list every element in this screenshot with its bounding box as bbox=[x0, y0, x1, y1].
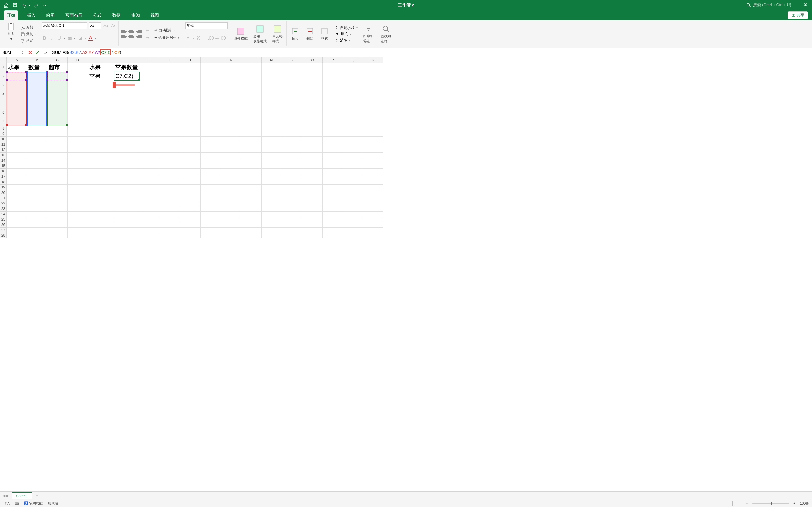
cell-N7[interactable] bbox=[282, 117, 302, 126]
cell-E21[interactable] bbox=[88, 195, 114, 201]
cell-J22[interactable] bbox=[201, 201, 221, 206]
home-icon[interactable] bbox=[3, 3, 8, 8]
cell-N15[interactable] bbox=[282, 163, 302, 169]
cell-I11[interactable] bbox=[181, 142, 201, 147]
cell-L7[interactable] bbox=[241, 117, 262, 126]
cell-K17[interactable] bbox=[221, 174, 241, 179]
redo-icon[interactable] bbox=[34, 3, 39, 8]
cell-O25[interactable] bbox=[302, 217, 322, 222]
cell-H19[interactable] bbox=[160, 185, 181, 190]
cell-Q14[interactable] bbox=[343, 158, 363, 163]
cell-D11[interactable] bbox=[68, 142, 88, 147]
cell-B5[interactable]: 25 bbox=[27, 99, 47, 108]
cell-R26[interactable] bbox=[363, 222, 384, 228]
cell-R12[interactable] bbox=[363, 147, 384, 153]
col-header-O[interactable]: O bbox=[302, 57, 322, 63]
cell-P11[interactable] bbox=[322, 142, 343, 147]
cell-A21[interactable] bbox=[7, 195, 27, 201]
cell-E25[interactable] bbox=[88, 217, 114, 222]
row-header-16[interactable]: 16 bbox=[0, 169, 7, 174]
cell-G28[interactable] bbox=[140, 233, 160, 238]
cell-B3[interactable]: 29 bbox=[27, 81, 47, 90]
cell-K6[interactable] bbox=[221, 108, 241, 117]
cell-A2[interactable]: 苹果 bbox=[7, 72, 27, 81]
row-header-10[interactable]: 10 bbox=[0, 136, 7, 142]
row-header-11[interactable]: 11 bbox=[0, 142, 7, 147]
cell-H15[interactable] bbox=[160, 163, 181, 169]
cell-H14[interactable] bbox=[160, 158, 181, 163]
share-button[interactable]: 共享 bbox=[788, 11, 808, 19]
cell-C21[interactable] bbox=[47, 195, 68, 201]
cell-D21[interactable] bbox=[68, 195, 88, 201]
cell-B10[interactable] bbox=[27, 136, 47, 142]
row-header-6[interactable]: 6 bbox=[0, 108, 7, 117]
col-header-C[interactable]: C bbox=[47, 57, 68, 63]
cell-A14[interactable] bbox=[7, 158, 27, 163]
cell-I2[interactable] bbox=[181, 72, 201, 81]
cell-D27[interactable] bbox=[68, 228, 88, 233]
col-header-K[interactable]: K bbox=[221, 57, 241, 63]
cell-G12[interactable] bbox=[140, 147, 160, 153]
cell-E7[interactable] bbox=[88, 117, 114, 126]
cell-J26[interactable] bbox=[201, 222, 221, 228]
cell-J13[interactable] bbox=[201, 153, 221, 158]
more-commands-icon[interactable]: ⋯ bbox=[43, 3, 48, 8]
cell-N17[interactable] bbox=[282, 174, 302, 179]
cell-H4[interactable] bbox=[160, 90, 181, 99]
cell-P2[interactable] bbox=[322, 72, 343, 81]
cell-O23[interactable] bbox=[302, 206, 322, 212]
cell-E9[interactable] bbox=[88, 131, 114, 136]
cell-I1[interactable] bbox=[181, 63, 201, 72]
cell-I14[interactable] bbox=[181, 158, 201, 163]
cell-M24[interactable] bbox=[262, 212, 282, 217]
cell-F28[interactable] bbox=[114, 233, 140, 238]
cell-J27[interactable] bbox=[201, 228, 221, 233]
cell-K20[interactable] bbox=[221, 190, 241, 195]
cell-F12[interactable] bbox=[114, 147, 140, 153]
cell-I10[interactable] bbox=[181, 136, 201, 142]
cell-Q27[interactable] bbox=[343, 228, 363, 233]
cell-L1[interactable] bbox=[241, 63, 262, 72]
row-header-25[interactable]: 25 bbox=[0, 217, 7, 222]
cell-C24[interactable] bbox=[47, 212, 68, 217]
cell-P9[interactable] bbox=[322, 131, 343, 136]
col-header-G[interactable]: G bbox=[140, 57, 160, 63]
cell-R8[interactable] bbox=[363, 126, 384, 131]
cell-R16[interactable] bbox=[363, 169, 384, 174]
clear-button[interactable]: ◇清除▾ bbox=[336, 38, 358, 43]
cell-Q18[interactable] bbox=[343, 179, 363, 185]
cell-J20[interactable] bbox=[201, 190, 221, 195]
cell-K9[interactable] bbox=[221, 131, 241, 136]
col-header-J[interactable]: J bbox=[201, 57, 221, 63]
cell-K7[interactable] bbox=[221, 117, 241, 126]
cell-E18[interactable] bbox=[88, 179, 114, 185]
cell-N1[interactable] bbox=[282, 63, 302, 72]
cell-E4[interactable] bbox=[88, 90, 114, 99]
cell-K15[interactable] bbox=[221, 163, 241, 169]
cell-R13[interactable] bbox=[363, 153, 384, 158]
cell-H24[interactable] bbox=[160, 212, 181, 217]
cell-N27[interactable] bbox=[282, 228, 302, 233]
cell-I4[interactable] bbox=[181, 90, 201, 99]
cell-Q23[interactable] bbox=[343, 206, 363, 212]
borders-icon[interactable]: ▦ bbox=[67, 36, 72, 41]
cell-B27[interactable] bbox=[27, 228, 47, 233]
cell-C11[interactable] bbox=[47, 142, 68, 147]
cell-Q20[interactable] bbox=[343, 190, 363, 195]
cell-B20[interactable] bbox=[27, 190, 47, 195]
cell-B26[interactable] bbox=[27, 222, 47, 228]
cell-I28[interactable] bbox=[181, 233, 201, 238]
cell-C9[interactable] bbox=[47, 131, 68, 136]
cell-P28[interactable] bbox=[322, 233, 343, 238]
cell-A6[interactable]: 橙子 bbox=[7, 108, 27, 117]
cell-A27[interactable] bbox=[7, 228, 27, 233]
cell-B11[interactable] bbox=[27, 142, 47, 147]
cell-L11[interactable] bbox=[241, 142, 262, 147]
undo-icon[interactable] bbox=[21, 3, 27, 8]
undo-dropdown-icon[interactable]: ▾ bbox=[29, 4, 30, 7]
fx-icon[interactable]: fx bbox=[42, 50, 50, 55]
col-header-N[interactable]: N bbox=[282, 57, 302, 63]
cell-L13[interactable] bbox=[241, 153, 262, 158]
cell-D24[interactable] bbox=[68, 212, 88, 217]
cell-J9[interactable] bbox=[201, 131, 221, 136]
